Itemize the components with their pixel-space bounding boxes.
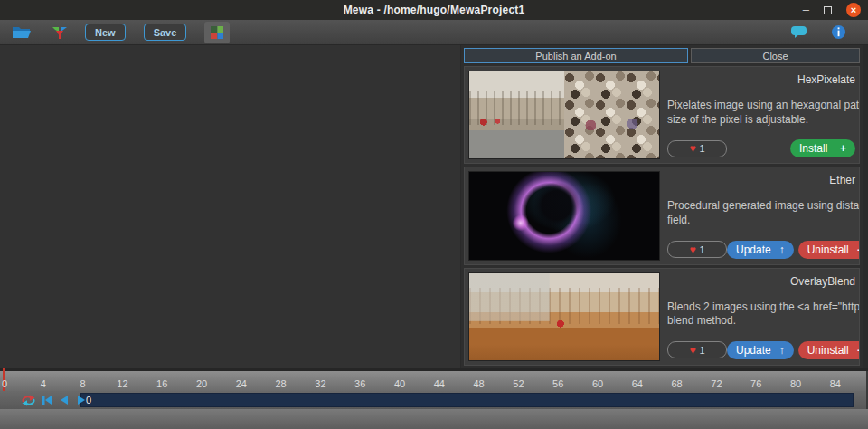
close-window-button[interactable]: × — [846, 3, 861, 17]
addon-actions: ♥ 1 Update ↑ Uninstall − — [667, 341, 855, 359]
up-arrow-icon: ↑ — [779, 344, 785, 357]
button-label: Update — [736, 243, 771, 256]
minimize-button[interactable]: – — [803, 5, 809, 14]
ruler-tick-label: 84 — [830, 378, 841, 389]
minus-icon: − — [857, 344, 860, 357]
heart-icon: ♥ — [689, 143, 695, 154]
addon-thumbnail-hexpixelate — [468, 71, 660, 159]
addon-card-hexpixelate: HexPixelate Pixelates image using an hex… — [464, 66, 860, 164]
uninstall-button[interactable]: Uninstall − — [798, 341, 860, 359]
publish-addon-button[interactable]: Publish an Add-on — [464, 48, 688, 63]
ruler-tick-label: 76 — [750, 378, 761, 389]
addon-name: Ether — [667, 174, 855, 186]
update-button[interactable]: Update ↑ — [727, 241, 794, 259]
titlebar: Mewa - /home/hugo/MewaProject1 – × — [0, 0, 868, 20]
uninstall-button[interactable]: Uninstall − — [798, 241, 860, 259]
window-title: Mewa - /home/hugo/MewaProject1 — [344, 4, 525, 16]
step-forward-icon — [76, 395, 87, 405]
ruler-tick-label: 80 — [790, 378, 801, 389]
ruler-tick-label: 8 — [80, 378, 86, 389]
update-button[interactable]: Update ↑ — [727, 341, 794, 359]
ruler-tick-label: 56 — [552, 378, 563, 389]
ruler-tick-label: 12 — [117, 378, 127, 389]
thumbnail-pixelated-half — [564, 72, 659, 158]
new-button[interactable]: New — [85, 24, 126, 41]
ruler-tick-label: 52 — [513, 378, 524, 389]
description-line: Blends 2 images using the <a href="https… — [667, 300, 855, 315]
heart-icon: ♥ — [689, 244, 695, 255]
info-circle-icon — [831, 24, 846, 40]
open-project-button[interactable] — [9, 22, 34, 43]
addon-actions: ♥ 1 Install + — [667, 139, 855, 157]
addon-card-overlayblend: OverlayBlend Blends 2 images using the <… — [464, 268, 860, 366]
install-button[interactable]: Install + — [790, 139, 855, 157]
filter-funnel-icon — [52, 25, 68, 40]
ruler-tick-label: 44 — [434, 378, 445, 389]
skip-start-icon — [42, 395, 52, 405]
step-forward-button[interactable] — [76, 395, 87, 405]
description-line: Procedural generated image using distanc… — [667, 199, 855, 214]
folder-open-icon — [12, 25, 32, 40]
addon-description: Procedural generated image using distanc… — [667, 199, 855, 227]
addons-button[interactable] — [204, 22, 230, 43]
button-label: Uninstall — [807, 344, 849, 357]
loop-icon — [22, 395, 35, 406]
addon-thumbnail-overlayblend — [468, 272, 660, 361]
ruler-tick-label: 0 — [2, 378, 7, 389]
app-window: Mewa - /home/hugo/MewaProject1 – × New S… — [0, 0, 868, 429]
ruler-tick-label: 48 — [473, 378, 484, 389]
like-count: 1 — [700, 244, 705, 255]
chat-button[interactable] — [790, 25, 807, 39]
ruler-tick-label: 60 — [592, 378, 603, 389]
ruler-tick-label: 40 — [394, 378, 405, 389]
addon-action-buttons: Update ↑ Uninstall − — [727, 241, 860, 259]
description-line: size of the pixel is adjustable. — [667, 113, 855, 128]
addon-name: OverlayBlend — [667, 275, 855, 288]
addon-card-ether: Ether Procedural generated image using d… — [464, 167, 860, 264]
like-count: 1 — [700, 143, 705, 154]
minus-icon: − — [857, 243, 860, 256]
filters-button[interactable] — [47, 22, 72, 43]
save-button[interactable]: Save — [144, 24, 187, 41]
plus-icon: + — [840, 142, 846, 155]
skip-to-start-button[interactable] — [42, 395, 52, 405]
close-panel-button[interactable]: Close — [691, 48, 860, 63]
maximize-button[interactable] — [824, 6, 832, 14]
editor-canvas[interactable] — [0, 45, 461, 368]
window-controls: – × — [803, 0, 861, 20]
addon-thumbnail-ether — [468, 171, 660, 260]
like-button[interactable]: ♥ 1 — [667, 341, 727, 358]
timeline-bottom-area — [0, 409, 868, 429]
addon-card-body: Ether Procedural generated image using d… — [667, 171, 855, 260]
addons-panel: Publish an Add-on Close HexPixelate Pixe… — [461, 45, 868, 368]
heart-icon: ♥ — [689, 345, 695, 356]
info-button[interactable] — [831, 24, 846, 40]
ruler-tick-label: 36 — [354, 378, 365, 389]
addons-panel-header: Publish an Add-on Close — [464, 48, 860, 63]
timeline-ruler[interactable]: 0481216202428323640444852566064687276808… — [0, 371, 868, 391]
addons-panel-content: Publish an Add-on Close HexPixelate Pixe… — [461, 45, 863, 368]
panel-right-edge — [863, 45, 868, 368]
ruler-tick-label: 64 — [632, 378, 643, 389]
timeline-track-row: 0 — [0, 391, 868, 409]
ruler-tick-label: 68 — [671, 378, 682, 389]
addon-description: Blends 2 images using the <a href="https… — [667, 300, 855, 329]
like-button[interactable]: ♥ 1 — [667, 241, 727, 258]
like-button[interactable]: ♥ 1 — [667, 140, 727, 157]
addon-action-buttons: Install + — [790, 139, 855, 157]
addon-card-body: OverlayBlend Blends 2 images using the <… — [667, 272, 855, 361]
speech-bubble-icon — [790, 25, 807, 39]
loop-playback-button[interactable] — [22, 395, 35, 406]
timeline-track[interactable]: 0 — [80, 393, 854, 407]
toolbar-right — [790, 24, 846, 40]
description-line: Pixelates image using an hexagonal patte… — [667, 99, 855, 113]
thumbnail-original-half — [469, 72, 564, 158]
addon-actions: ♥ 1 Update ↑ Uninstall − — [667, 241, 855, 259]
step-back-button[interactable] — [59, 395, 70, 405]
description-line: blend method. — [667, 314, 855, 329]
step-back-icon — [59, 395, 70, 405]
ruler-tick-label: 20 — [196, 378, 207, 389]
transport-controls — [22, 395, 87, 406]
addon-card-body: HexPixelate Pixelates image using an hex… — [667, 71, 855, 159]
button-label: Update — [736, 344, 771, 357]
